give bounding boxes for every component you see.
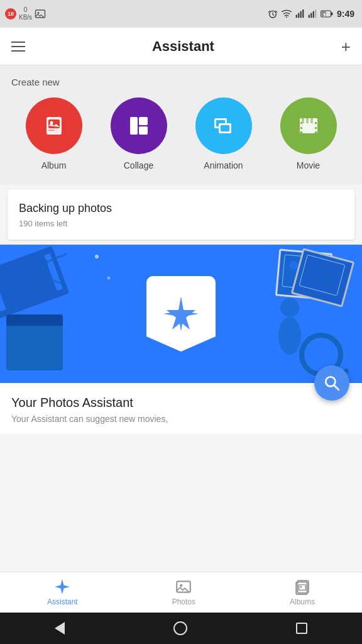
nav-assistant-icon xyxy=(54,579,70,595)
animation-icon xyxy=(210,112,238,140)
create-new-label: Create new xyxy=(11,77,351,87)
create-album-item[interactable]: Album xyxy=(26,97,82,170)
svg-rect-25 xyxy=(221,125,229,131)
status-kb: 0 KB/s xyxy=(19,6,32,21)
assistant-info-desc: Your Assistant can suggest new movies, xyxy=(11,414,351,424)
nav-assistant-label: Assistant xyxy=(47,597,78,606)
signal2-icon xyxy=(308,9,317,19)
svg-line-39 xyxy=(46,254,66,262)
photo1-icon xyxy=(294,250,349,300)
svg-rect-10 xyxy=(313,11,314,18)
svg-rect-14 xyxy=(322,11,326,16)
svg-rect-33 xyxy=(300,131,302,133)
svg-rect-21 xyxy=(139,126,148,135)
svg-point-58 xyxy=(180,584,182,587)
svg-rect-32 xyxy=(300,127,302,129)
collage-icon xyxy=(125,112,153,140)
backing-card[interactable]: Backing up photos 190 items left xyxy=(8,189,354,240)
svg-rect-6 xyxy=(300,11,302,18)
alarm-icon xyxy=(268,9,278,19)
svg-rect-48 xyxy=(299,255,345,296)
svg-point-42 xyxy=(9,284,22,296)
svg-rect-8 xyxy=(309,14,310,18)
nav-albums-label: Albums xyxy=(290,597,315,606)
svg-point-54 xyxy=(107,277,111,280)
nav-photos-label: Photos xyxy=(172,597,195,606)
assistant-star-card xyxy=(146,276,216,352)
svg-line-56 xyxy=(334,386,339,390)
svg-point-62 xyxy=(300,586,302,587)
svg-point-52 xyxy=(278,317,301,355)
svg-point-53 xyxy=(95,255,99,258)
svg-rect-20 xyxy=(139,117,148,125)
svg-rect-11 xyxy=(315,9,316,18)
assistant-info-title: Your Photos Assistant xyxy=(11,396,351,410)
bottom-nav: Assistant Photos Albums xyxy=(0,572,362,613)
nav-item-assistant[interactable]: Assistant xyxy=(47,579,78,606)
collage-circle xyxy=(111,97,167,154)
image-icon xyxy=(35,8,46,19)
add-button[interactable]: + xyxy=(341,38,351,55)
svg-point-50 xyxy=(325,278,331,284)
animation-circle xyxy=(195,97,252,154)
nav-photos-icon xyxy=(175,579,192,595)
backing-title: Backing up photos xyxy=(19,202,343,215)
svg-rect-30 xyxy=(310,118,313,123)
animation-label: Animation xyxy=(204,160,243,170)
svg-rect-5 xyxy=(298,13,299,18)
svg-rect-16 xyxy=(48,119,60,128)
assistant-info: Your Photos Assistant Your Assistant can… xyxy=(0,383,362,434)
clapboard-decor xyxy=(6,323,63,370)
nav-item-photos[interactable]: Photos xyxy=(172,579,195,606)
svg-point-3 xyxy=(286,16,287,18)
assistant-banner xyxy=(0,245,362,383)
album-label: Album xyxy=(41,160,67,170)
svg-rect-34 xyxy=(315,122,317,124)
backing-subtitle: 190 items left xyxy=(19,219,343,228)
movie-circle xyxy=(280,97,337,154)
status-left: 18 0 KB/s xyxy=(5,6,46,21)
search-fab-button[interactable] xyxy=(314,365,349,401)
sparkle1 xyxy=(94,254,99,259)
status-bar: 18 0 KB/s xyxy=(0,0,362,28)
svg-rect-29 xyxy=(306,118,309,123)
notification-badge: 18 xyxy=(5,8,16,19)
search-icon xyxy=(324,375,340,391)
back-button[interactable] xyxy=(55,622,65,635)
home-button[interactable] xyxy=(173,621,187,635)
battery-icon xyxy=(321,9,333,19)
status-right: 9:49 xyxy=(268,9,354,19)
elephant-decor xyxy=(0,270,50,320)
svg-rect-57 xyxy=(177,581,190,592)
create-new-section: Create new Album xyxy=(0,65,362,184)
signal-icon xyxy=(295,9,304,19)
nav-item-albums[interactable]: Albums xyxy=(290,579,315,606)
svg-point-1 xyxy=(38,12,40,14)
recents-button[interactable] xyxy=(296,623,307,634)
svg-rect-4 xyxy=(296,14,297,18)
svg-rect-18 xyxy=(48,130,55,131)
album-circle xyxy=(26,97,82,154)
svg-point-44 xyxy=(10,304,15,314)
svg-rect-13 xyxy=(331,13,332,15)
svg-rect-36 xyxy=(315,131,317,133)
hamburger-menu-button[interactable] xyxy=(11,42,25,52)
svg-rect-7 xyxy=(302,9,304,18)
movie-icon xyxy=(295,112,322,140)
create-animation-item[interactable]: Animation xyxy=(195,97,252,170)
system-nav-bar xyxy=(0,613,362,644)
svg-point-47 xyxy=(309,260,317,268)
collage-label: Collage xyxy=(124,160,153,170)
wifi-icon xyxy=(282,9,292,19)
svg-point-51 xyxy=(280,298,299,317)
svg-rect-19 xyxy=(130,117,138,135)
create-icons-row: Album Collage A xyxy=(11,97,351,170)
page-title: Assistant xyxy=(152,38,214,55)
person-decor xyxy=(268,295,312,358)
svg-point-37 xyxy=(37,258,47,269)
movie-label: Movie xyxy=(297,160,320,170)
svg-rect-61 xyxy=(299,585,306,591)
create-collage-item[interactable]: Collage xyxy=(111,97,167,170)
svg-rect-0 xyxy=(36,10,45,18)
create-movie-item[interactable]: Movie xyxy=(280,97,337,170)
